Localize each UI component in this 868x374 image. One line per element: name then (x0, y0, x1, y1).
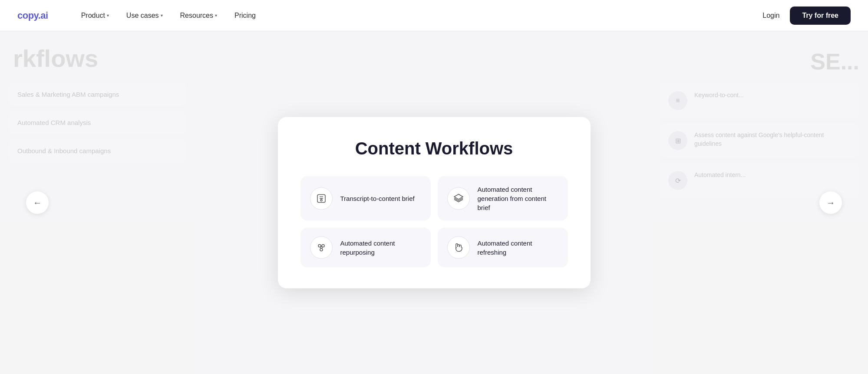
hand-icon (447, 236, 470, 259)
svg-line-10 (320, 247, 321, 249)
nav-product[interactable]: Product ▾ (74, 8, 116, 23)
right-panel-heading: SE... (651, 31, 868, 83)
list-item: Automated CRM analysis (9, 111, 187, 134)
svg-point-7 (322, 245, 324, 247)
automated-generation-card[interactable]: Automated content generation from conten… (438, 176, 568, 221)
nav-right: Login Try for free (762, 7, 851, 25)
repurpose-icon (310, 236, 333, 259)
list-item: ⊞ Assess content against Google's helpfu… (660, 123, 859, 158)
left-panel-heading: rkflows (13, 44, 182, 72)
login-button[interactable]: Login (762, 12, 779, 20)
transcript-icon (310, 187, 333, 210)
next-button[interactable]: → (819, 191, 842, 214)
previous-button[interactable]: ← (26, 191, 49, 214)
content-workflows-modal: Content Workflows Transcript-to-content … (278, 117, 591, 289)
nav-links: Product ▾ Use cases ▾ Resources ▾ Pricin… (74, 8, 763, 23)
svg-point-8 (320, 249, 323, 251)
try-for-free-button[interactable]: Try for free (790, 7, 851, 25)
svg-line-11 (322, 247, 323, 249)
chevron-down-icon: ▾ (107, 13, 109, 18)
chevron-down-icon: ▾ (161, 13, 163, 18)
list-item: Outbound & Inbound campaigns (9, 139, 187, 162)
modal-title: Content Workflows (300, 138, 568, 159)
automated-refreshing-card[interactable]: Automated content refreshing (438, 228, 568, 268)
assess-icon: ⊞ (668, 131, 687, 150)
right-panel-items: ≡ Keyword-to-cont... ⊞ Assess content ag… (651, 83, 868, 198)
list-item: ≡ Keyword-to-cont... (660, 83, 859, 118)
automated-repurposing-card[interactable]: Automated content repurposing (300, 228, 431, 268)
keyword-icon: ≡ (668, 91, 687, 110)
automated-refreshing-label: Automated content refreshing (478, 239, 558, 257)
modal-grid: Transcript-to-content brief Automated co… (300, 176, 568, 268)
navigation: copy.ai Product ▾ Use cases ▾ Resources … (0, 0, 868, 31)
nav-pricing[interactable]: Pricing (228, 8, 263, 23)
main-content: rkflows Sales & Marketing ABM campaigns … (0, 31, 868, 374)
automated-icon: ⟳ (668, 171, 687, 190)
nav-resources[interactable]: Resources ▾ (173, 8, 224, 23)
svg-point-3 (320, 199, 322, 201)
chevron-down-icon: ▾ (215, 13, 217, 18)
automated-generation-label: Automated content generation from conten… (478, 185, 558, 212)
nav-usecases[interactable]: Use cases ▾ (119, 8, 170, 23)
transcript-brief-label: Transcript-to-content brief (340, 194, 415, 203)
transcript-brief-card[interactable]: Transcript-to-content brief (300, 176, 431, 221)
list-item: Sales & Marketing ABM campaigns (9, 83, 187, 106)
left-arrow-icon: ← (33, 198, 42, 208)
automated-repurposing-label: Automated content repurposing (340, 239, 421, 257)
logo[interactable]: copy.ai (17, 10, 48, 21)
layers-icon (447, 187, 470, 210)
svg-point-6 (318, 245, 321, 247)
logo-dot: .ai (38, 10, 48, 21)
right-arrow-icon: → (826, 198, 835, 208)
